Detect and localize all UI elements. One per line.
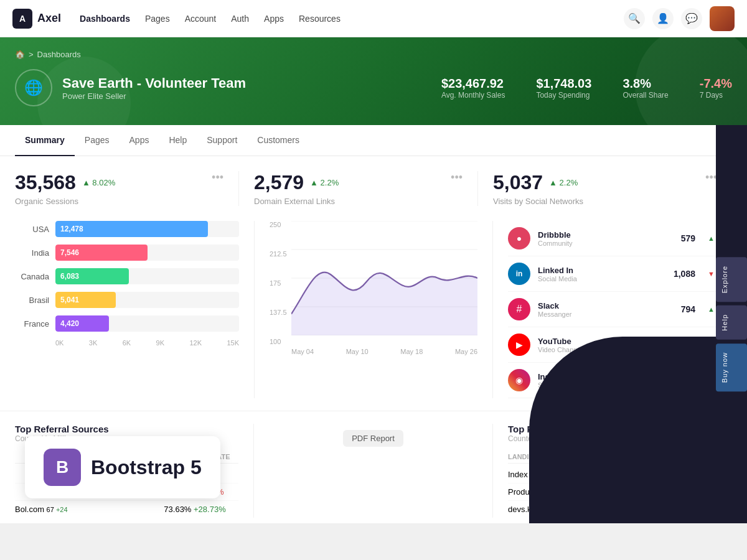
nav-item-resources[interactable]: Resources — [299, 14, 341, 24]
breadcrumb-home-icon: 🏠 — [15, 50, 25, 59]
hero-title: Save Earth - Volunteer Team — [62, 75, 246, 91]
chart-x-labels: May 04 May 10 May 18 May 26 — [270, 348, 477, 355]
navbar-right: 🔍 👤 💬 — [624, 6, 735, 31]
bar-row-brasil: Brasil 5,041 — [15, 292, 239, 308]
hero-stats: $23,467.92 Avg. Monthly Sales $1,748.03 … — [441, 77, 732, 100]
tab-summary[interactable]: Summary — [15, 125, 75, 156]
chart-area: 250 212.5 175 137.5 100 — [270, 221, 477, 345]
hero-content: 🌐 Save Earth - Volunteer Team Power Elit… — [15, 69, 732, 106]
bootstrap-watermark: B Bootstrap 5 — [25, 436, 220, 498]
hero-stat-today-spending: $1,748.03 Today Spending — [536, 77, 591, 100]
breadcrumb-current: Dashboards — [37, 50, 81, 59]
social-stats: ● Dribbble Community 579 ▲ 2.6% in Linke… — [493, 221, 732, 398]
pages-header: LANDING PAGE CLICKS AVG. POSITION — [508, 453, 732, 464]
help-button[interactable]: Help — [716, 306, 747, 340]
hero-stat-7days: -7.4% 7 Days — [700, 77, 732, 100]
social-item-instagram: ◉ Instagram Social Network 1,458 ▲ 8.3% — [508, 363, 732, 398]
bar-row-usa: USA 12,478 — [15, 221, 239, 237]
youtube-icon: ▶ — [508, 334, 530, 356]
instagram-icon: ◉ — [508, 369, 530, 391]
pdf-report-button[interactable]: PDF Report — [343, 430, 403, 447]
notifications-button[interactable]: 👤 — [652, 8, 674, 29]
nav-item-pages[interactable]: Pages — [145, 14, 170, 24]
tab-pages[interactable]: Pages — [75, 125, 120, 156]
social-item-slack: # Slack Messanger 794 ▲ 0.2% — [508, 292, 732, 327]
brand-name: Axel — [37, 12, 61, 25]
line-chart-svg — [291, 221, 477, 335]
stat-organic-sessions: 35,568 ▲ 8.02% ••• Organic Sessions — [15, 171, 239, 206]
tab-support[interactable]: Support — [197, 125, 247, 156]
tab-help[interactable]: Help — [159, 125, 197, 156]
bar-row-canada: Canada 6,083 — [15, 268, 239, 284]
user-avatar[interactable] — [710, 6, 735, 31]
brand-logo[interactable]: A Axel — [12, 9, 61, 29]
pages-row-2: devs.keenthemes.com 67 +24 7.63 +8.73 — [508, 501, 732, 518]
line-chart: 250 212.5 175 137.5 100 — [254, 221, 493, 398]
hero-identity: 🌐 Save Earth - Volunteer Team Power Elit… — [15, 69, 246, 106]
hero-stat-overall-share: 3.8% Overall Share — [622, 77, 668, 100]
stats-grid: 35,568 ▲ 8.02% ••• Organic Sessions 2,57… — [0, 171, 747, 206]
bar-row-france: France 4,420 — [15, 315, 239, 332]
bar-chart: USA 12,478 India 7,546 Canada 6,083 — [15, 221, 254, 398]
buy-now-button[interactable]: Buy now — [716, 343, 747, 391]
chart-y-labels: 250 212.5 175 137.5 100 — [270, 221, 287, 345]
social-item-dribbble: ● Dribbble Community 579 ▲ 2.6% — [508, 221, 732, 256]
stat-domain-links: 2,579 ▲ 2.2% ••• Domain External Links — [254, 171, 478, 206]
hero-logo: 🌐 — [15, 69, 52, 106]
messages-button[interactable]: 💬 — [681, 8, 702, 29]
brand-icon: A — [12, 9, 32, 29]
nav-item-account[interactable]: Account — [185, 14, 217, 24]
bootstrap-icon: B — [44, 449, 81, 486]
hero-subtitle: Power Elite Seller — [62, 91, 246, 101]
pages-row-0: Index 1,256 -935 2.63 -1.35 — [508, 466, 732, 483]
tab-apps[interactable]: Apps — [120, 125, 159, 156]
explore-button[interactable]: Explore — [716, 257, 747, 302]
social-item-linkedin: in Linked In Social Media 1,088 ▼ 0.4% — [508, 256, 732, 292]
nav-item-apps[interactable]: Apps — [264, 14, 284, 24]
bar-chart-axis: 0K 3K 6K 9K 12K 15K — [15, 339, 239, 347]
hero-stat-monthly-sales: $23,467.92 Avg. Monthly Sales — [441, 77, 505, 100]
pdf-report-section: PDF Report — [254, 424, 493, 518]
stat-menu-0[interactable]: ••• — [212, 171, 223, 184]
social-item-youtube: ▶ YouTube Video Channel 978 ▲ 4.1% — [508, 327, 732, 363]
referral-row-2: Bol.com 67 +24 73.63% +28.73% — [15, 501, 238, 518]
charts-section: USA 12,478 India 7,546 Canada 6,083 — [0, 221, 747, 398]
bar-row-india: India 7,546 — [15, 245, 239, 261]
tab-bar: Summary Pages Apps Help Support Customer… — [0, 125, 747, 156]
search-button[interactable]: 🔍 — [624, 8, 645, 29]
tab-customers[interactable]: Customers — [247, 125, 309, 156]
stat-social-visits: 5,037 ▲ 2.2% ••• Visits by Social Networ… — [493, 171, 732, 206]
nav-item-dashboards[interactable]: Dashboards — [80, 14, 130, 24]
side-panel: Explore Help Buy now — [716, 125, 747, 523]
hero-banner: 🏠 > Dashboards 🌐 Save Earth - Volunteer … — [0, 37, 747, 125]
top-pages-section: Top Performing Pages Counted in Millions… — [493, 424, 732, 518]
dribbble-icon: ● — [508, 227, 530, 250]
linkedin-icon: in — [508, 263, 530, 285]
bootstrap-text: Bootstrap 5 — [91, 456, 202, 479]
pages-row-1: Products 446 -576 1.45 0.32 — [508, 483, 732, 501]
navbar: A Axel Dashboards Pages Account Auth App… — [0, 0, 747, 37]
breadcrumb: 🏠 > Dashboards — [15, 50, 732, 59]
nav-item-auth[interactable]: Auth — [231, 14, 249, 24]
stat-menu-1[interactable]: ••• — [451, 171, 463, 184]
slack-icon: # — [508, 298, 530, 320]
hero-text: Save Earth - Volunteer Team Power Elite … — [62, 75, 246, 101]
breadcrumb-separator: > — [29, 50, 34, 59]
nav-menu: Dashboards Pages Account Auth Apps Resou… — [80, 14, 624, 24]
